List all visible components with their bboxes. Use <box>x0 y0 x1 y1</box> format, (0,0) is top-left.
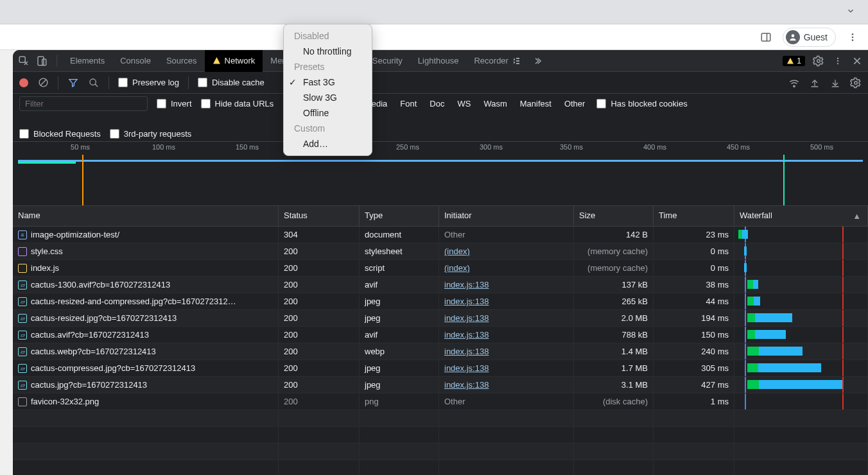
initiator-link[interactable]: (index) <box>444 246 470 256</box>
warning-badge[interactable]: 1 <box>783 56 805 66</box>
waterfall-load-line <box>842 260 844 276</box>
col-status[interactable]: Status <box>279 206 360 226</box>
svg-line-16 <box>40 80 46 85</box>
type-filter-other[interactable]: Other <box>562 98 588 110</box>
filter-icon[interactable] <box>67 77 79 89</box>
download-icon[interactable] <box>829 77 841 89</box>
table-row[interactable]: ▱cactus-resized.jpg?cb=1670272312413200j… <box>13 310 868 327</box>
disable-cache-checkbox[interactable]: Disable cache <box>198 78 265 87</box>
svg-point-17 <box>90 79 96 85</box>
guest-profile-button[interactable]: Guest <box>783 28 836 47</box>
waterfall-waiting-bar <box>747 380 759 389</box>
col-size[interactable]: Size <box>574 206 654 226</box>
type-filter-manifest[interactable]: Manifest <box>517 98 554 110</box>
timeline-tick: 400 ms <box>643 143 666 151</box>
inspect-icon[interactable] <box>18 55 30 67</box>
type-filter-ws[interactable]: WS <box>455 98 473 110</box>
more-tabs-icon[interactable] <box>532 55 543 67</box>
col-name[interactable]: Name <box>13 206 279 226</box>
gear-icon[interactable] <box>813 55 824 67</box>
table-row[interactable]: style.css200stylesheet(index)(memory cac… <box>13 243 868 260</box>
dropdown-no-throttling[interactable]: No throttling <box>284 44 372 59</box>
close-icon[interactable] <box>851 55 863 67</box>
clear-icon[interactable] <box>37 77 49 89</box>
initiator-link[interactable]: index.js:138 <box>444 347 489 356</box>
waterfall-load-line <box>842 343 844 359</box>
panel-icon[interactable] <box>757 28 775 46</box>
table-row[interactable]: ▱cactus-1300.avif?cb=1670272312413200avi… <box>13 277 868 293</box>
table-row[interactable]: ▱cactus.avif?cb=1670272312413200avifinde… <box>13 327 868 343</box>
table-row[interactable]: favicon-32x32.png200pngOther(disk cache)… <box>13 393 868 410</box>
initiator-link[interactable]: (index) <box>444 263 470 273</box>
col-initiator[interactable]: Initiator <box>439 206 574 226</box>
waterfall-load-line <box>842 393 844 410</box>
table-row-empty <box>13 460 868 475</box>
svg-point-11 <box>837 60 838 61</box>
type-filter-doc[interactable]: Doc <box>427 98 447 110</box>
table-row[interactable]: ≡image-optimization-test/304documentOthe… <box>13 227 868 243</box>
dropdown-slow-3g[interactable]: Slow 3G <box>284 90 372 105</box>
hide-data-urls-checkbox[interactable]: Hide data URLs <box>201 99 274 108</box>
has-blocked-cookies-checkbox[interactable]: Has blocked cookies <box>596 99 687 108</box>
chevron-down-icon[interactable] <box>846 6 855 15</box>
settings-gear-icon[interactable] <box>850 77 862 89</box>
initiator-link[interactable]: index.js:138 <box>444 313 489 323</box>
tab-sources[interactable]: Sources <box>159 50 205 72</box>
guest-label: Guest <box>804 32 828 42</box>
svg-rect-0 <box>761 33 770 41</box>
waterfall-domcontent-line <box>745 293 746 309</box>
dropdown-fast-3g[interactable]: ✓Fast 3G <box>284 74 372 90</box>
waterfall-download-bar <box>759 380 842 389</box>
waterfall-waiting-bar <box>747 330 755 339</box>
initiator-link[interactable]: index.js:138 <box>444 297 489 306</box>
kebab-icon[interactable] <box>832 55 844 67</box>
svg-point-2 <box>791 34 794 37</box>
img-icon: ▱ <box>18 281 27 289</box>
tab-network[interactable]: Network <box>205 50 263 72</box>
browser-titlebar <box>0 0 868 24</box>
dropdown-add[interactable]: Add… <box>284 136 372 151</box>
third-party-checkbox[interactable]: 3rd-party requests <box>110 129 192 139</box>
network-toolbar: Preserve log Disable cache <box>13 72 868 94</box>
search-icon[interactable] <box>88 77 100 89</box>
network-grid-header: Name Status Type Initiator Size Time Wat… <box>13 206 868 227</box>
network-conditions-icon[interactable] <box>788 77 800 89</box>
table-row[interactable]: ▱cactus-resized-and-compressed.jpg?cb=16… <box>13 293 868 310</box>
waterfall-waiting-bar <box>747 280 753 289</box>
tab-elements[interactable]: Elements <box>62 50 112 72</box>
table-row[interactable]: index.js200script(index)(memory cache)0 … <box>13 260 868 277</box>
table-row[interactable]: ▱cactus.jpg?cb=1670272312413200jpegindex… <box>13 377 868 393</box>
dropdown-offline[interactable]: Offline <box>284 105 372 121</box>
tab-console[interactable]: Console <box>112 50 159 72</box>
waterfall-download-bar <box>755 330 786 339</box>
upload-icon[interactable] <box>809 77 820 89</box>
device-toggle-icon[interactable] <box>36 55 48 67</box>
timeline-overview[interactable]: 50 ms100 ms150 ms250 ms300 ms350 ms400 m… <box>13 142 868 206</box>
tab-lighthouse[interactable]: Lighthouse <box>410 50 467 72</box>
throttling-dropdown: Disabled No throttling Presets ✓Fast 3G … <box>283 24 372 156</box>
table-row[interactable]: ▱cactus-compressed.jpg?cb=16702723124132… <box>13 360 868 377</box>
invert-checkbox[interactable]: Invert <box>157 99 192 108</box>
initiator-link[interactable]: index.js:138 <box>444 330 489 340</box>
col-type[interactable]: Type <box>360 206 439 226</box>
col-time[interactable]: Time <box>654 206 734 226</box>
waterfall-download-bar <box>742 230 748 239</box>
kebab-menu-icon[interactable] <box>844 28 862 46</box>
record-button[interactable] <box>19 78 28 87</box>
col-waterfall[interactable]: Waterfall ▲ <box>734 206 868 226</box>
filter-input[interactable] <box>19 96 148 111</box>
waterfall-waiting-bar <box>747 313 755 322</box>
initiator-link[interactable]: index.js:138 <box>444 380 489 390</box>
initiator-link[interactable]: index.js:138 <box>444 280 489 289</box>
blocked-requests-checkbox[interactable]: Blocked Requests <box>19 129 101 139</box>
separator <box>58 76 58 89</box>
tab-recorder[interactable]: Recorder <box>466 50 527 72</box>
initiator-link[interactable]: index.js:138 <box>444 363 489 373</box>
timeline-tick: 350 ms <box>560 143 583 151</box>
timeline-end-marker <box>783 155 785 205</box>
type-filter-font[interactable]: Font <box>397 98 419 110</box>
table-row[interactable]: ▱cactus.webp?cb=1670272312413200webpinde… <box>13 343 868 360</box>
waterfall-domcontent-line <box>745 393 746 410</box>
type-filter-wasm[interactable]: Wasm <box>481 98 509 110</box>
preserve-log-checkbox[interactable]: Preserve log <box>118 78 179 87</box>
